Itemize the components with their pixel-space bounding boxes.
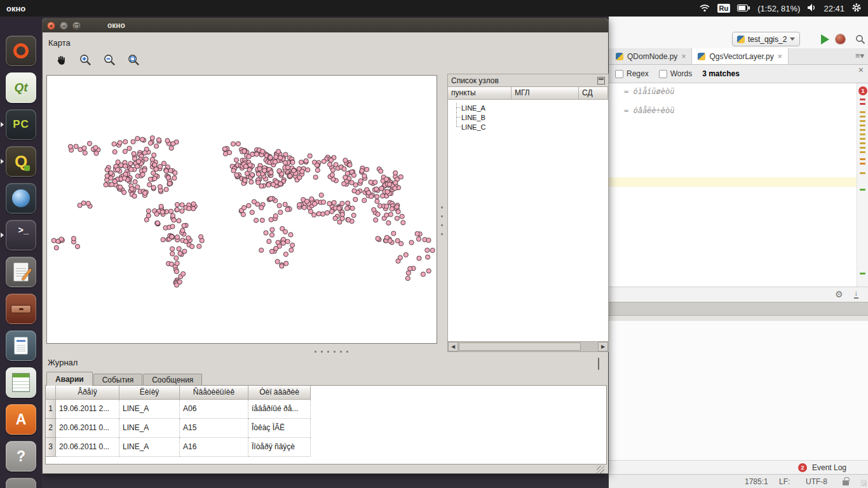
caret-position[interactable]: 1785:1 xyxy=(745,477,768,486)
column-header[interactable]: Ñâåòèëüíèê xyxy=(180,386,248,400)
launcher-item-documents[interactable] xyxy=(6,330,36,361)
code-editor[interactable]: = óìåíüøèòü = óâåëè÷èòü xyxy=(609,83,857,287)
cell-lamp[interactable]: A06 xyxy=(180,400,248,419)
stripe-mark[interactable] xyxy=(860,163,865,165)
cell-time[interactable]: 20.06.2011 0... xyxy=(56,438,119,457)
cell-fault[interactable]: Îòêàç ÌÃË xyxy=(248,419,311,438)
cell-lamp[interactable]: A15 xyxy=(180,419,248,438)
stripe-mark[interactable] xyxy=(860,103,865,105)
launcher-item-ubuntu-dash[interactable] xyxy=(6,36,36,66)
words-option[interactable]: Words xyxy=(659,69,692,78)
run-configuration-select[interactable]: test_qgis_2 xyxy=(732,32,800,46)
launcher-item-pycharm[interactable]: PC xyxy=(6,109,36,140)
stripe-mark[interactable] xyxy=(860,120,865,122)
scrollbar-thumb[interactable] xyxy=(459,342,581,351)
window-resize-grip[interactable] xyxy=(597,466,604,473)
cell-line[interactable]: LINE_A xyxy=(119,400,180,419)
tab-qdomnode-py[interactable]: QDomNode.py × xyxy=(610,48,692,64)
settings-gear-icon[interactable]: ⚙ xyxy=(835,289,843,299)
launcher-item-file-cabinet[interactable] xyxy=(6,294,36,324)
column-header[interactable]: Òèï àâàðèè xyxy=(248,386,311,400)
close-find-bar-icon[interactable]: × xyxy=(858,65,864,75)
close-window-button[interactable]: × xyxy=(47,22,55,30)
cell-line[interactable]: LINE_A xyxy=(119,419,180,438)
scroll-left-arrow[interactable]: ◀ xyxy=(448,342,458,351)
tab-events[interactable]: События xyxy=(93,374,143,386)
stripe-mark[interactable] xyxy=(860,98,865,100)
stripe-mark[interactable] xyxy=(860,138,865,140)
cell-line[interactable]: LINE_A xyxy=(119,438,180,457)
column-header[interactable]: СД xyxy=(579,87,608,100)
float-panel-button[interactable] xyxy=(598,358,599,370)
wifi-icon[interactable] xyxy=(699,3,710,14)
launcher-item-help[interactable]: ? xyxy=(6,441,36,471)
stripe-mark[interactable] xyxy=(860,273,865,274)
stripe-mark[interactable] xyxy=(860,189,865,191)
column-header[interactable]: пункты xyxy=(448,87,512,100)
close-icon[interactable]: × xyxy=(778,53,782,60)
column-header[interactable]: МГЛ xyxy=(512,87,579,100)
map-canvas[interactable] xyxy=(46,75,437,344)
tree-item-line-a[interactable]: LINE_A xyxy=(448,103,608,112)
launcher-item-qgis[interactable]: Q xyxy=(6,146,36,177)
search-everywhere-icon[interactable] xyxy=(855,34,865,47)
minimize-window-button[interactable]: − xyxy=(60,22,68,30)
line-separator-indicator[interactable]: LF: xyxy=(779,477,790,486)
tab-accidents[interactable]: Аварии xyxy=(46,372,93,386)
table-row[interactable]: 3 20.06.2011 0... LINE_A A16 Ïîòåðÿ ñâÿç… xyxy=(46,438,311,457)
run-button[interactable] xyxy=(821,34,829,44)
scroll-right-arrow[interactable]: ▶ xyxy=(598,342,608,351)
keyboard-layout-indicator[interactable]: Ru xyxy=(717,4,731,13)
regex-option[interactable]: Regex xyxy=(615,69,649,78)
cell-fault[interactable]: Ïîòåðÿ ñâÿçè xyxy=(248,438,311,457)
stripe-mark[interactable] xyxy=(860,111,865,113)
regex-checkbox[interactable] xyxy=(615,70,623,78)
launcher-item-spreadsheet[interactable] xyxy=(6,367,36,398)
splitter-bar[interactable] xyxy=(609,302,868,316)
stripe-mark[interactable] xyxy=(860,147,865,149)
vertical-splitter[interactable] xyxy=(439,200,445,236)
stripe-mark[interactable] xyxy=(860,151,865,153)
volume-icon[interactable] xyxy=(807,3,817,14)
launcher-item-terminal[interactable]: >_ xyxy=(6,220,36,250)
resize-grip[interactable] xyxy=(860,480,867,486)
zoom-out-button[interactable] xyxy=(100,51,119,69)
clock[interactable]: 22:41 xyxy=(824,4,844,13)
tab-messages[interactable]: Сообщения xyxy=(143,374,202,386)
zoom-in-button[interactable] xyxy=(76,51,95,69)
float-panel-button[interactable] xyxy=(597,77,605,85)
battery-icon[interactable] xyxy=(737,4,750,13)
words-checkbox[interactable] xyxy=(659,70,667,78)
stripe-mark[interactable] xyxy=(860,125,865,126)
lock-icon[interactable] xyxy=(843,480,849,485)
nodes-panel-titlebar[interactable]: Список узлов xyxy=(448,74,608,87)
encoding-indicator[interactable]: UTF-8 xyxy=(806,477,827,486)
zoom-full-button[interactable] xyxy=(124,51,143,69)
launcher-item-qt-creator[interactable]: Qt xyxy=(6,72,36,103)
column-header[interactable]: Ëèíèÿ xyxy=(119,386,180,400)
stripe-mark[interactable] xyxy=(860,133,865,135)
cell-time[interactable]: 19.06.2011 2... xyxy=(56,400,119,419)
cell-time[interactable]: 20.06.2011 0... xyxy=(56,419,119,438)
maximize-window-button[interactable]: ▢ xyxy=(72,22,81,30)
table-row[interactable]: 1 19.06.2011 2... LINE_A A06 íåâåðíûé ðå… xyxy=(46,400,311,419)
stripe-mark[interactable] xyxy=(860,142,865,144)
debug-bug-icon[interactable] xyxy=(836,34,845,44)
tree-item-line-b[interactable]: LINE_B xyxy=(448,112,608,122)
horizontal-splitter[interactable] xyxy=(315,351,350,353)
window-titlebar[interactable]: × − ▢ окно xyxy=(43,18,608,32)
table-row[interactable]: 2 20.06.2011 0... LINE_A A15 Îòêàç ÌÃË xyxy=(46,419,311,438)
column-header[interactable]: Âðåìÿ xyxy=(56,386,119,400)
launcher-item-partial[interactable] xyxy=(6,478,36,488)
launcher-item-font-viewer[interactable]: A xyxy=(6,404,36,435)
pan-tool-button[interactable] xyxy=(51,51,71,69)
cell-lamp[interactable]: A16 xyxy=(180,438,248,457)
launcher-item-text-editor[interactable] xyxy=(6,257,36,287)
tab-list-icon[interactable]: ≡▾ xyxy=(855,51,864,60)
close-icon[interactable]: × xyxy=(681,53,686,60)
nodes-horizontal-scrollbar[interactable]: ◀ ▶ xyxy=(448,341,608,351)
stripe-mark[interactable] xyxy=(860,158,865,160)
session-gear-icon[interactable] xyxy=(851,3,862,15)
error-stripe[interactable]: 1 xyxy=(857,83,868,287)
stripe-mark[interactable] xyxy=(860,172,865,174)
